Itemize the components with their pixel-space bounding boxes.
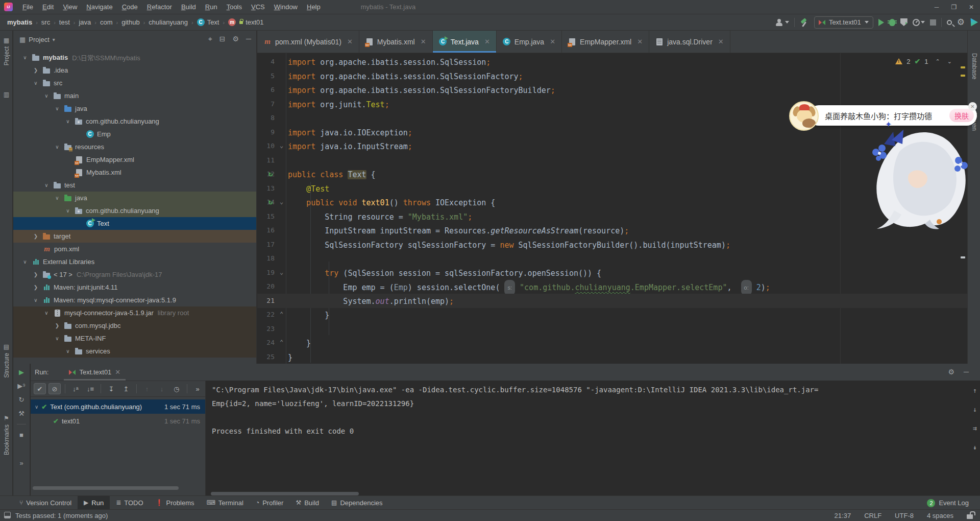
chevron-collapsed-icon[interactable]: ❯ [54, 323, 61, 328]
chevron-expanded-icon[interactable]: ∨ [64, 119, 71, 124]
breadcrumb-item-chulianyuang[interactable]: chulianyuang [149, 18, 188, 26]
editor-tab-EmpMapper.xml[interactable]: EmpMapper.xml✕ [562, 31, 649, 53]
chevron-expanded-icon[interactable]: ∨ [54, 336, 61, 341]
tree-row-Mavenjunitjunit4.11[interactable]: ❯Maven: junit:junit:4.11 [13, 281, 257, 294]
fold-end-icon[interactable]: ⌃ [280, 339, 283, 346]
inspection-widget[interactable]: 2 ✔ 1 ⌃ ⌄ [895, 57, 952, 65]
collapse-all-icon[interactable]: ↥ [120, 383, 132, 394]
breadcrumb-item-test[interactable]: test [59, 18, 70, 26]
tree-row-com.mysql.jdbc[interactable]: ❯com.mysql.jdbc [13, 319, 257, 332]
chevron-expanded-icon[interactable]: ∨ [54, 106, 61, 111]
pet-close-icon[interactable]: ✕ [968, 102, 977, 111]
coverage-button[interactable] [900, 18, 908, 26]
editor-tab-Emp.java[interactable]: CEmp.java✕ [497, 31, 562, 53]
build-hammer-icon[interactable] [800, 18, 809, 27]
next-issue-icon[interactable]: ⌄ [947, 58, 952, 65]
chevron-expanded-icon[interactable]: ∨ [21, 259, 29, 265]
run-panel-settings-icon[interactable]: ⚙ [948, 368, 955, 376]
chevron-expanded-icon[interactable]: ∨ [54, 144, 61, 150]
tab-close-icon[interactable]: ✕ [637, 38, 643, 45]
toolwindow-button-build[interactable]: ⚒Build [289, 496, 325, 510]
sidebar-tab-bookmarks[interactable]: ⚑ Bookmarks [0, 415, 13, 455]
chevron-expanded-icon[interactable]: ∨ [54, 195, 61, 201]
fold-end-icon[interactable]: ⌃ [280, 311, 283, 318]
test-tree-row-1[interactable]: ∨✔Text (com.github.chulianyuang)1 sec 71… [31, 399, 205, 414]
chevron-more-icon[interactable]: » [191, 383, 204, 394]
show-passed-toggle[interactable]: ✔ [34, 383, 46, 394]
chevron-collapsed-icon[interactable]: ❯ [32, 285, 39, 290]
chevron-collapsed-icon[interactable]: ❯ [32, 233, 39, 239]
tree-row-java[interactable]: ∨java [13, 102, 257, 115]
editor-tab-Mybatis.xml[interactable]: Mybatis.xml✕ [359, 31, 433, 53]
stop-icon[interactable]: ■ [19, 432, 23, 438]
sidebar-icon-commit[interactable]: ▥ [0, 91, 13, 98]
chevron-expanded-icon[interactable]: ∨ [35, 404, 38, 410]
sidebar-tab-project[interactable]: ▦ Project [0, 37, 13, 65]
toolwindow-button-todo[interactable]: ≣TODO [110, 496, 149, 510]
scroll-up-icon[interactable]: ↑ [973, 387, 977, 394]
prev-issue-icon[interactable]: ⌃ [936, 58, 940, 65]
toolwindow-button-profiler[interactable]: ◔Profiler [250, 496, 289, 510]
chevron-expanded-icon[interactable]: ∨ [32, 297, 39, 303]
editor-tab-Text.java[interactable]: CText.java✕ [433, 31, 497, 53]
breadcrumb-item-github[interactable]: github [121, 18, 139, 26]
sort-by-duration-icon[interactable]: ↓≡ [84, 383, 96, 394]
run-tab[interactable]: Text.text01 ✕ [67, 364, 122, 381]
chevron-expanded-icon[interactable]: ∨ [43, 93, 50, 99]
tree-row-target[interactable]: ❯target [13, 230, 257, 243]
menu-help[interactable]: Help [302, 3, 325, 11]
menu-edit[interactable]: Edit [38, 3, 58, 11]
next-test-icon[interactable]: ↓ [156, 383, 168, 394]
tree-row-services[interactable]: ∨services [13, 345, 257, 358]
menu-vcs[interactable]: VCS [247, 3, 270, 11]
test-history-icon[interactable]: ◷ [170, 383, 183, 394]
minimize-icon[interactable]: ─ [928, 0, 945, 14]
plugin-logo-icon[interactable] [970, 18, 978, 27]
sidebar-tab-structure[interactable]: ▤ Structure [0, 343, 13, 378]
maximize-icon[interactable]: ❐ [945, 0, 963, 14]
menu-view[interactable]: View [58, 3, 82, 11]
chevron-expanded-icon[interactable]: ∨ [64, 208, 71, 214]
tree-row-Emp[interactable]: CEmp [13, 128, 257, 140]
toolwindow-button-dependencies[interactable]: ▤Dependencies [325, 496, 388, 510]
tree-row-Mybatis.xml[interactable]: Mybatis.xml [13, 166, 257, 179]
breadcrumb-item-src[interactable]: src [41, 18, 50, 26]
tree-row-ExternalLibraries[interactable]: ∨External Libraries [13, 255, 257, 268]
run-button[interactable] [878, 19, 884, 26]
tree-row-17[interactable]: ❯< 17 >C:\Program Files\Java\jdk-17 [13, 268, 257, 281]
indent-indicator[interactable]: 4 spaces [927, 512, 953, 519]
breadcrumb-item-mybatis[interactable]: mybatis [7, 18, 32, 26]
toolwindow-button-version-control[interactable]: ⑂Version Control [13, 496, 78, 510]
run-test-gutter-icon[interactable]: ↻ [268, 198, 273, 206]
breadcrumb-item-com[interactable]: com [100, 18, 113, 26]
collapse-all-icon[interactable]: ⊟ [219, 35, 226, 43]
close-icon[interactable]: ✕ [963, 0, 980, 14]
profiler-button[interactable] [913, 19, 925, 26]
tree-row-main[interactable]: ∨main [13, 89, 257, 102]
tree-row-EmpMapper.xml[interactable]: EmpMapper.xml [13, 153, 257, 166]
tab-close-icon[interactable]: ✕ [484, 38, 490, 45]
menu-tools[interactable]: Tools [222, 3, 247, 11]
rerun-failed-icon[interactable]: ▶⁹ [17, 383, 26, 389]
console-output[interactable]: ↑ ↓ ⇉ ↡ "C:\Program Files\Java\jdk-17\bi… [205, 381, 980, 495]
line-separator-indicator[interactable]: CRLF [864, 512, 881, 519]
close-icon[interactable]: ✕ [115, 368, 120, 376]
tree-row-METAINF[interactable]: ∨META-INF [13, 332, 257, 345]
run-test-gutter-icon[interactable]: ↻ [268, 170, 273, 178]
menu-window[interactable]: Window [270, 3, 302, 11]
readonly-lock-icon[interactable] [967, 514, 973, 519]
previous-test-icon[interactable]: ↑ [141, 383, 153, 394]
tab-close-icon[interactable]: ✕ [421, 38, 426, 45]
hide-panel-icon[interactable]: ─ [246, 35, 251, 43]
tree-row-src[interactable]: ∨src [13, 77, 257, 89]
tree-row-mybatis[interactable]: ∨mybatisD:\日常\SSMM\mybatis [13, 51, 257, 64]
settings-gear-icon[interactable]: ⚙ [957, 18, 965, 27]
toolwindow-button-terminal[interactable]: ⌨Terminal [200, 496, 249, 510]
run-configuration-select[interactable]: Text.text01 [814, 16, 873, 29]
expand-all-icon[interactable]: ↧ [105, 383, 117, 394]
tab-close-icon[interactable]: ✕ [347, 38, 353, 45]
scroll-down-icon[interactable]: ↓ [973, 406, 977, 413]
locate-file-icon[interactable]: ⌖ [208, 35, 212, 43]
user-account-button[interactable] [775, 19, 789, 26]
show-ignored-toggle[interactable]: ⊘ [48, 383, 61, 394]
